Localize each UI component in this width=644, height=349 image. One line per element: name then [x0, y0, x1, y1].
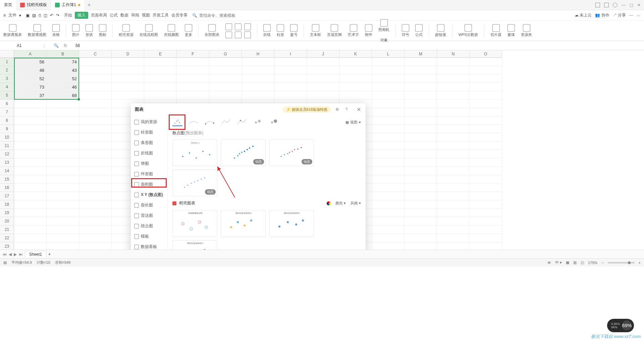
- cat-dashboard[interactable]: 数据看板: [131, 242, 167, 250]
- cell[interactable]: [14, 209, 47, 217]
- cell[interactable]: 74: [47, 58, 79, 66]
- row-header[interactable]: 12: [0, 150, 14, 158]
- cell[interactable]: [112, 66, 144, 74]
- cell[interactable]: [437, 209, 470, 217]
- cat-pie[interactable]: 饼图: [131, 158, 167, 169]
- view-toggle[interactable]: ▦视图 ▾: [345, 120, 361, 125]
- new-tab-button[interactable]: +: [84, 2, 94, 8]
- cell[interactable]: [47, 133, 79, 142]
- cell[interactable]: [470, 175, 502, 184]
- row-header[interactable]: 11: [0, 142, 14, 150]
- grid-icon[interactable]: [604, 3, 609, 7]
- cell[interactable]: [437, 234, 470, 242]
- select-all-corner[interactable]: [0, 50, 14, 58]
- cell[interactable]: [79, 175, 112, 184]
- chart-thumb[interactable]: 双轴镜像散点图: [172, 210, 217, 237]
- cell[interactable]: [47, 226, 79, 234]
- redo-icon[interactable]: ↷: [56, 13, 59, 18]
- cell[interactable]: [274, 58, 307, 66]
- cell[interactable]: [79, 184, 112, 192]
- cell[interactable]: 68: [47, 91, 79, 100]
- cell[interactable]: [470, 66, 502, 74]
- cell[interactable]: [470, 217, 502, 226]
- cell[interactable]: 46: [47, 83, 79, 91]
- cell[interactable]: [372, 108, 405, 116]
- cell[interactable]: [372, 66, 405, 74]
- cell[interactable]: [307, 83, 339, 91]
- cell[interactable]: [274, 91, 307, 100]
- subtype-scatter-line-marker[interactable]: [237, 118, 247, 126]
- cat-area[interactable]: 面积图: [131, 179, 167, 190]
- more-icon[interactable]: ⋯: [629, 13, 633, 18]
- cell[interactable]: [372, 125, 405, 133]
- cell[interactable]: [470, 184, 502, 192]
- status-icon[interactable]: ▤: [3, 260, 7, 265]
- cell[interactable]: [47, 150, 79, 158]
- column-header[interactable]: E: [144, 50, 177, 58]
- cell[interactable]: [405, 133, 437, 142]
- cat-combo[interactable]: 组合图: [131, 221, 167, 231]
- ribbon-picture[interactable]: 图片: [72, 24, 79, 37]
- line-icon[interactable]: [235, 23, 241, 30]
- cell[interactable]: [47, 125, 79, 133]
- save-icon[interactable]: ▣: [26, 13, 30, 18]
- cell[interactable]: [372, 74, 405, 83]
- cell[interactable]: [47, 158, 79, 167]
- cell[interactable]: [405, 58, 437, 66]
- cell[interactable]: [47, 209, 79, 217]
- cell[interactable]: [437, 158, 470, 167]
- cell[interactable]: [14, 133, 47, 142]
- bar-icon[interactable]: [225, 23, 232, 30]
- row-header[interactable]: 2: [0, 66, 14, 74]
- cat-scatter[interactable]: X Y (散点图): [131, 190, 167, 200]
- column-header[interactable]: M: [405, 50, 437, 58]
- cell[interactable]: [47, 242, 79, 250]
- ribbon-clouddata[interactable]: WPS云数据: [459, 24, 478, 37]
- column-header[interactable]: K: [339, 50, 372, 58]
- column-header[interactable]: D: [112, 50, 144, 58]
- minimize-button[interactable]: —: [622, 3, 626, 7]
- cell[interactable]: [14, 175, 47, 184]
- name-box[interactable]: A1: [0, 43, 44, 48]
- close-button[interactable]: ✕: [637, 3, 641, 7]
- ribbon-allcharts[interactable]: 全部图表: [205, 24, 219, 37]
- ribbon-headerfooter[interactable]: 页眉页脚: [327, 24, 342, 37]
- prev-sheet-icon[interactable]: ◀: [9, 252, 12, 257]
- row-header[interactable]: 23: [0, 242, 14, 250]
- cell[interactable]: [242, 83, 274, 91]
- column-header[interactable]: C: [79, 50, 112, 58]
- pie-icon[interactable]: [235, 32, 241, 38]
- cell[interactable]: [437, 150, 470, 158]
- column-header[interactable]: L: [372, 50, 405, 58]
- cell[interactable]: [405, 200, 437, 209]
- undo-icon[interactable]: ↶: [50, 13, 53, 18]
- ribbon-iconlib[interactable]: 图标: [99, 24, 106, 37]
- cell[interactable]: 52: [14, 74, 47, 83]
- cell[interactable]: [405, 91, 437, 100]
- chart-thumb[interactable]: 测试仪器运转统计: [269, 210, 314, 237]
- fx-label[interactable]: fx: [59, 43, 72, 48]
- subtype-scatter-smooth-marker[interactable]: [205, 118, 215, 126]
- cat-stock[interactable]: 股价图: [131, 200, 167, 210]
- cell[interactable]: [405, 125, 437, 133]
- cell[interactable]: [79, 74, 112, 83]
- cell[interactable]: 56: [14, 58, 47, 66]
- cell[interactable]: [437, 184, 470, 192]
- cell[interactable]: [372, 150, 405, 158]
- ribbon-textbox[interactable]: 文本框: [310, 24, 321, 37]
- view-break-icon[interactable]: ◫: [581, 260, 584, 265]
- cell[interactable]: [470, 108, 502, 116]
- chart-thumb[interactable]: 测试仪器运转统计: [172, 240, 217, 250]
- combo-icon[interactable]: [244, 32, 251, 38]
- cell[interactable]: [437, 142, 470, 150]
- cell[interactable]: [437, 217, 470, 226]
- menu-insert[interactable]: 插入: [75, 12, 88, 19]
- cell[interactable]: [437, 58, 470, 66]
- row-header[interactable]: 9: [0, 125, 14, 133]
- subtype-bubble[interactable]: [253, 118, 263, 126]
- cell[interactable]: [79, 167, 112, 175]
- cell[interactable]: [470, 91, 502, 100]
- close-dialog-button[interactable]: ✕: [356, 106, 362, 112]
- cell[interactable]: [14, 167, 47, 175]
- cell[interactable]: [372, 234, 405, 242]
